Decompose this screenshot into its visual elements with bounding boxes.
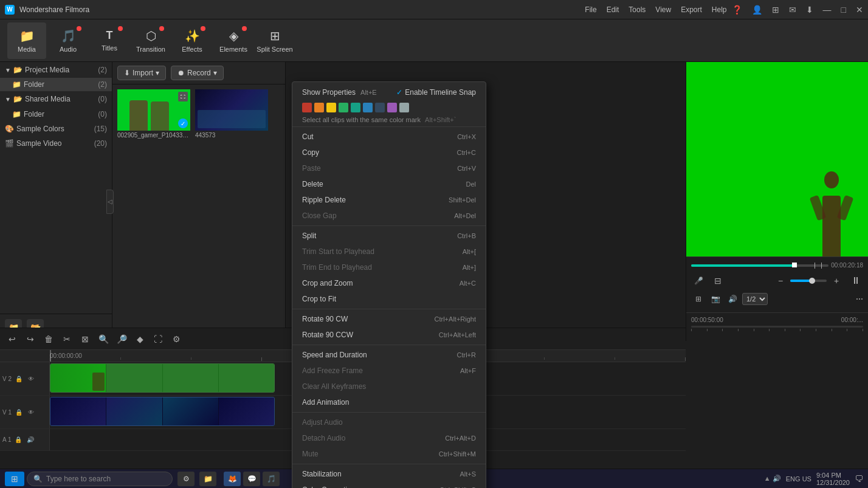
sample-video-item[interactable]: 🎬 Sample Video (20) — [0, 136, 112, 151]
toolbar-transition[interactable]: ⬡ Transition — [131, 22, 170, 59]
color-chip-red[interactable] — [302, 103, 312, 112]
track-v1-lock[interactable]: 🔒 — [14, 407, 24, 417]
mail-icon[interactable]: ✉ — [789, 5, 796, 15]
color-chip-yellow[interactable] — [326, 103, 336, 112]
subtitle-button[interactable]: ⊟ — [711, 273, 725, 288]
menu-edit[interactable]: Edit — [607, 5, 619, 14]
toolbar-audio[interactable]: 🎵 Audio — [49, 22, 88, 59]
panel-collapse-arrow[interactable]: ◁ — [106, 190, 114, 214]
ctx-delete[interactable]: Delete Del — [292, 176, 486, 192]
track-a1-volume[interactable]: 🔊 — [26, 435, 35, 445]
ctx-add-animation[interactable]: Add Animation — [292, 394, 486, 410]
shared-media-section[interactable]: ▼ 📂 Shared Media (0) — [0, 91, 112, 107]
ctx-close-gap: Close Gap Alt+Del — [292, 208, 486, 224]
sample-colors-item[interactable]: 🎨 Sample Colors (15) — [0, 122, 112, 136]
toolbar-splitscreen[interactable]: ⊞ Split Screen — [255, 22, 294, 59]
track-v1-eye[interactable]: 👁 — [26, 407, 36, 417]
ctx-cut[interactable]: Cut Ctrl+X — [292, 129, 486, 145]
preview-progress-bar[interactable] — [691, 264, 828, 267]
snapshot-button[interactable]: 📷 — [708, 292, 723, 306]
taskbar-search[interactable]: 🔍 Type here to search — [27, 472, 173, 486]
crop-tl-button[interactable]: ⊠ — [78, 332, 92, 346]
color-chip-orange[interactable] — [314, 103, 324, 112]
splitscreen-icon: ⊞ — [270, 29, 280, 43]
toolbar-effects[interactable]: ✨ Effects — [173, 22, 212, 59]
ctx-rotate-ccw[interactable]: Rotate 90 CCW Ctrl+Alt+Left — [292, 327, 486, 343]
color-chip-purple[interactable] — [387, 103, 397, 112]
account-icon[interactable]: 👤 — [752, 5, 762, 15]
ctx-clear-keyframes: Clear All Keyframes — [292, 379, 486, 394]
ctx-ripple-delete[interactable]: Ripple Delete Shift+Del — [292, 192, 486, 208]
ctx-crop-fit[interactable]: Crop to Fit — [292, 291, 486, 307]
zoom-in-tl[interactable]: 🔍 — [96, 332, 111, 346]
layout-icon[interactable]: ⊞ — [772, 5, 779, 15]
taskbar-app-3[interactable]: 🎵 — [263, 472, 280, 486]
zoom-slider[interactable] — [790, 280, 827, 282]
taskbar-app-1[interactable]: 🦊 — [224, 472, 241, 486]
progress-thumb[interactable] — [792, 263, 797, 267]
ctx-split[interactable]: Split Ctrl+B — [292, 228, 486, 244]
ctx-copy[interactable]: Copy Ctrl+C — [292, 145, 486, 160]
ctx-show-properties[interactable]: Show Properties Alt+E — [297, 84, 387, 100]
maximize-button[interactable]: □ — [841, 5, 846, 15]
notification-icon[interactable]: 🗨 — [855, 474, 863, 484]
toolbar-media[interactable]: 📁 Media — [7, 22, 46, 59]
question-icon[interactable]: ❓ — [732, 5, 742, 15]
ctx-rotate-cw[interactable]: Rotate 90 CW Ctrl+Alt+Right — [292, 311, 486, 327]
undo-button[interactable]: ↩ — [5, 332, 19, 346]
zoom-in-button[interactable]: + — [829, 273, 844, 288]
menu-file[interactable]: File — [585, 5, 596, 14]
mic-button[interactable]: 🎤 — [691, 273, 706, 288]
project-media-section[interactable]: ▼ 📂 Project Media (2) — [0, 62, 112, 78]
ctx-crop-zoom[interactable]: Crop and Zoom Alt+C — [292, 275, 486, 291]
color-chip-green[interactable] — [339, 103, 348, 112]
media-thumb-2[interactable]: 443573 — [195, 89, 268, 336]
zoom-thumb[interactable] — [809, 278, 815, 284]
color-chip-gray[interactable] — [399, 103, 409, 112]
import-button[interactable]: ⬇ Import ▾ — [117, 66, 166, 80]
settings-tl[interactable]: ⚙ — [169, 332, 184, 346]
more-options-icon[interactable]: ⋯ — [856, 295, 863, 303]
clip-v1-1[interactable]: 443573 — [50, 397, 275, 426]
minimize-button[interactable]: — — [823, 5, 832, 15]
clip-v2-1[interactable]: 002905_gamer_P1043356_green — [50, 363, 275, 393]
zoom-out-button[interactable]: − — [773, 273, 788, 288]
record-button[interactable]: ⏺ Record ▾ — [171, 66, 224, 80]
toolbar-titles[interactable]: T Titles — [90, 22, 129, 59]
taskbar-folder-button[interactable]: 📁 — [199, 472, 216, 486]
start-button[interactable]: ⊞ — [5, 472, 24, 486]
track-v2-eye[interactable]: 👁 — [26, 374, 36, 383]
close-button[interactable]: ✕ — [856, 5, 863, 15]
shared-folder-item[interactable]: 📁 Folder (0) — [0, 107, 112, 122]
export-frame-button[interactable]: ⊞ — [691, 292, 706, 306]
toolbar-elements[interactable]: ◈ Elements — [214, 22, 253, 59]
tl-mini-bar[interactable] — [691, 326, 863, 328]
cut-tl-button[interactable]: ✂ — [60, 332, 74, 346]
ctx-color-correction[interactable]: Color Correction Ctrl+Shift+C — [292, 482, 486, 488]
menu-tools[interactable]: Tools — [629, 5, 646, 14]
folder-item[interactable]: 📁 Folder (2) — [0, 78, 112, 91]
taskbar-settings-button[interactable]: ⚙ — [177, 472, 195, 486]
color-chip-teal[interactable] — [351, 103, 360, 112]
menu-export[interactable]: Export — [681, 5, 702, 14]
ctx-stabilization[interactable]: Stabilization Alt+S — [292, 466, 486, 482]
zoom-out-tl[interactable]: 🔎 — [114, 332, 129, 346]
menu-help[interactable]: Help — [712, 5, 727, 14]
taskbar-app-2[interactable]: 💬 — [243, 472, 260, 486]
media-thumb-1[interactable]: ⛶ ✓ 002905_gamer_P104335... — [117, 89, 190, 336]
delete-tl-button[interactable]: 🗑 — [41, 332, 56, 346]
ctx-speed-duration[interactable]: Speed and Duration Ctrl+R — [292, 347, 486, 363]
speed-select[interactable]: 1/2 1/4 1 — [742, 293, 768, 305]
fullscreen-tl[interactable]: ⛶ — [151, 332, 165, 346]
keyframe-button[interactable]: ◆ — [133, 332, 147, 346]
audio-output-button[interactable]: 🔊 — [725, 292, 740, 306]
menu-view[interactable]: View — [655, 5, 671, 14]
color-chip-dark[interactable] — [375, 103, 385, 112]
download-icon[interactable]: ⬇ — [806, 5, 813, 15]
playhead[interactable] — [50, 350, 51, 362]
redo-button[interactable]: ↪ — [23, 332, 38, 346]
pause-button[interactable]: ⏸ — [849, 273, 863, 288]
track-v2-lock[interactable]: 🔒 — [14, 374, 24, 383]
color-chip-blue[interactable] — [363, 103, 373, 112]
track-a1-lock[interactable]: 🔒 — [13, 435, 23, 445]
